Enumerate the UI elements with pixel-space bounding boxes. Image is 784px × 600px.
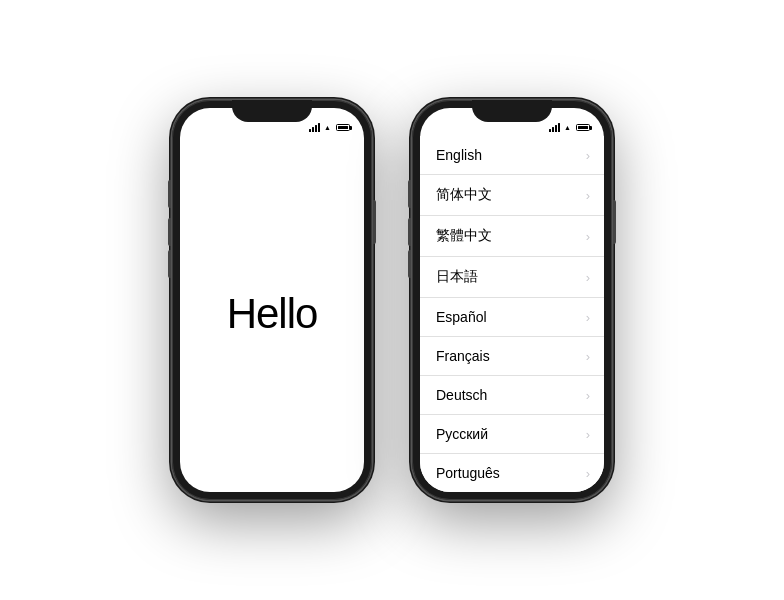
signal-icon-right [549,123,560,132]
bar2r [552,127,554,132]
battery-icon-right [576,124,590,131]
language-list: English › 简体中文 › 繁體中文 › 日本語 › Español › … [420,136,604,492]
language-item-traditional-chinese[interactable]: 繁體中文 › [420,216,604,257]
notch-right [472,100,552,122]
bar2 [312,127,314,132]
bar3r [555,125,557,132]
bar3 [315,125,317,132]
battery-icon-left [336,124,350,131]
chevron-icon-english: › [586,148,590,163]
chevron-icon-french: › [586,349,590,364]
bar4r [558,123,560,132]
chevron-icon-german: › [586,388,590,403]
signal-icon-left [309,123,320,132]
wifi-icon-right: ▲ [564,124,571,131]
status-icons-left: ▲ [309,123,350,132]
language-item-german[interactable]: Deutsch › [420,376,604,415]
bar1r [549,129,551,132]
chevron-icon-russian: › [586,427,590,442]
battery-fill-right [578,126,588,129]
wifi-icon-left: ▲ [324,124,331,131]
language-label-french: Français [436,348,490,364]
language-item-french[interactable]: Français › [420,337,604,376]
language-label-russian: Русский [436,426,488,442]
language-item-english[interactable]: English › [420,136,604,175]
language-label-portuguese: Português [436,465,500,481]
hello-screen-content: Hello [180,136,364,492]
language-list-content: English › 简体中文 › 繁體中文 › 日本語 › Español › … [420,136,604,492]
chevron-icon-japanese: › [586,270,590,285]
phone-languages: ▲ English › 简体中文 › 繁體中文 › 日本語 › Español … [412,100,612,500]
battery-fill-left [338,126,348,129]
language-item-portuguese[interactable]: Português › [420,454,604,492]
language-item-japanese[interactable]: 日本語 › [420,257,604,298]
language-label-simplified-chinese: 简体中文 [436,186,492,204]
notch-left [232,100,312,122]
chevron-icon-simplified-chinese: › [586,188,590,203]
bar1 [309,129,311,132]
language-label-japanese: 日本語 [436,268,478,286]
screen-languages: ▲ English › 简体中文 › 繁體中文 › 日本語 › Español … [420,108,604,492]
language-label-german: Deutsch [436,387,487,403]
phones-container: ▲ Hello [152,80,632,520]
hello-greeting: Hello [227,290,318,338]
chevron-icon-spanish: › [586,310,590,325]
chevron-icon-portuguese: › [586,466,590,481]
language-item-spanish[interactable]: Español › [420,298,604,337]
phone-hello: ▲ Hello [172,100,372,500]
language-label-english: English [436,147,482,163]
language-label-traditional-chinese: 繁體中文 [436,227,492,245]
language-label-spanish: Español [436,309,487,325]
language-item-russian[interactable]: Русский › [420,415,604,454]
bar4 [318,123,320,132]
screen-hello: ▲ Hello [180,108,364,492]
chevron-icon-traditional-chinese: › [586,229,590,244]
language-item-simplified-chinese[interactable]: 简体中文 › [420,175,604,216]
status-icons-right: ▲ [549,123,590,132]
